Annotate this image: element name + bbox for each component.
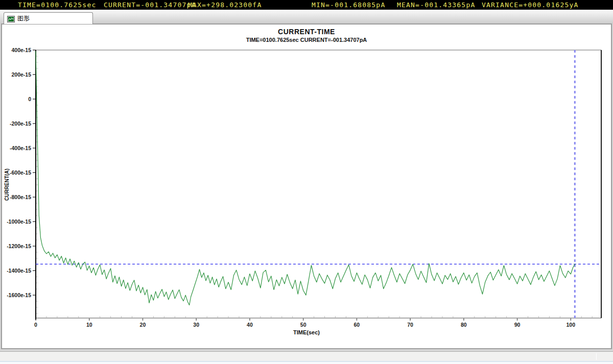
current-time-plot[interactable]: 0102030405060708090100400e-15200e-150-20… <box>2 25 611 348</box>
telemetry-bar: TIME=0100.7625sec CURRENT=-001.34707pA M… <box>0 0 613 10</box>
y-tick-label: 400e-15 <box>11 47 31 53</box>
time-readout: TIME=0100.7625sec <box>18 1 96 9</box>
y-tick-label: -1000e-15 <box>7 219 31 225</box>
y-tick-label: -800e-15 <box>10 194 31 200</box>
bottom-bar <box>0 349 613 364</box>
x-tick-label: 40 <box>247 322 253 328</box>
tab-graphics[interactable]: 图形 <box>4 12 93 24</box>
y-tick-label: -600e-15 <box>10 169 31 176</box>
chart-panel: CURRENT-TIME TIME=0100.7625sec CURRENT=-… <box>1 23 612 349</box>
status-strip <box>0 351 613 361</box>
measurement-app-window: TIME=0100.7625sec CURRENT=-001.34707pA M… <box>0 0 613 364</box>
status-strip-separator <box>596 353 597 360</box>
y-tick-label: -1600e-15 <box>7 292 31 298</box>
y-tick-label: -200e-15 <box>10 120 31 127</box>
x-tick-label: 30 <box>193 322 199 328</box>
y-tick-label: 200e-15 <box>11 71 31 78</box>
variance-readout: VARIANCE=+000.01625yA <box>482 1 579 9</box>
max-readout: MAX=+298.02300fA <box>188 1 262 9</box>
current-readout: CURRENT=-001.34707pA <box>104 1 196 9</box>
waveform-chart-icon <box>7 15 15 22</box>
y-tick-label: -1400e-15 <box>7 268 31 274</box>
x-tick-label: 100 <box>567 322 576 328</box>
current-series-line <box>36 51 575 305</box>
x-tick-label: 10 <box>86 322 92 328</box>
x-tick-label: 50 <box>300 322 306 328</box>
min-readout: MIN=-001.68085pA <box>312 1 385 9</box>
tab-bar: 图形 <box>0 10 613 23</box>
x-tick-label: 70 <box>407 322 413 328</box>
x-tick-label: 60 <box>354 322 360 328</box>
x-tick-label: 0 <box>34 322 37 328</box>
tab-graphics-label: 图形 <box>17 14 30 23</box>
mean-readout: MEAN=-001.43365pA <box>397 1 475 9</box>
x-tick-label: 80 <box>461 322 467 328</box>
lower-edge-strip <box>0 361 613 364</box>
x-tick-label: 20 <box>140 322 146 328</box>
x-tick-label: 90 <box>514 322 521 328</box>
y-tick-label: -1200e-15 <box>7 243 31 249</box>
y-tick-label: 0 <box>28 96 31 102</box>
y-tick-label: -400e-15 <box>10 145 31 151</box>
